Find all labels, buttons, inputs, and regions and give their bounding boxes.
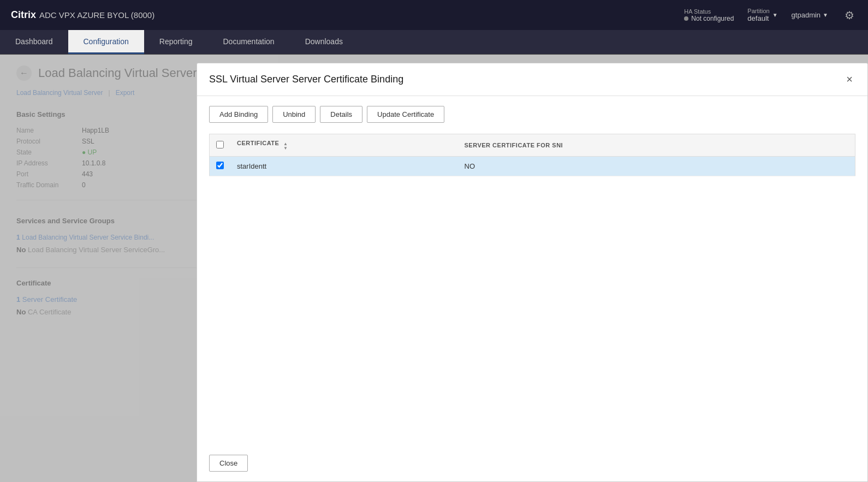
brand-product: ADC VPX AZURE BYOL (8000) <box>39 10 154 20</box>
row-checkbox-cell <box>210 157 231 176</box>
main-content: ← Load Balancing Virtual Server Load Bal… <box>0 55 868 482</box>
brand: Citrix ADC VPX AZURE BYOL (8000) <box>11 9 684 21</box>
top-header: Citrix ADC VPX AZURE BYOL (8000) HA Stat… <box>0 0 868 30</box>
status-dot <box>684 16 688 21</box>
header-right: HA Status Not configured Partition defau… <box>684 6 857 25</box>
tab-documentation[interactable]: Documentation <box>207 30 289 54</box>
unbind-button[interactable]: Unbind <box>272 106 316 123</box>
ha-status-value: Not configured <box>684 15 734 22</box>
settings-button[interactable]: ⚙ <box>842 6 857 25</box>
user-chevron-icon: ▼ <box>823 12 828 18</box>
header-checkbox-cell <box>210 134 231 157</box>
tab-downloads-label: Downloads <box>305 37 343 46</box>
modal-body: Add Binding Unbind Details Update Certif… <box>197 96 867 449</box>
nav-tabs: Dashboard Configuration Reporting Docume… <box>0 30 868 55</box>
tab-reporting[interactable]: Reporting <box>144 30 208 54</box>
partition-value: Partition default <box>747 8 769 22</box>
table-header-row: CERTIFICATE ▲▼ SERVER CERTIFICATE FOR SN… <box>210 134 855 157</box>
details-button[interactable]: Details <box>320 106 362 123</box>
modal-close-button[interactable]: × <box>843 73 855 86</box>
row-checkbox[interactable] <box>216 162 224 169</box>
certificate-table: CERTIFICATE ▲▼ SERVER CERTIFICATE FOR SN… <box>209 134 855 176</box>
col-certificate[interactable]: CERTIFICATE ▲▼ <box>230 134 458 157</box>
brand-citrix: Citrix <box>11 9 36 21</box>
user-name: gtpadmin <box>792 11 821 19</box>
update-certificate-button[interactable]: Update Certificate <box>367 106 444 123</box>
ha-status: HA Status Not configured <box>684 8 734 22</box>
tab-documentation-label: Documentation <box>223 37 274 46</box>
col-sni: SERVER CERTIFICATE FOR SNI <box>458 134 855 157</box>
tab-dashboard[interactable]: Dashboard <box>0 30 68 54</box>
modal-title: SSL Virtual Server Server Certificate Bi… <box>209 74 403 85</box>
user-section[interactable]: gtpadmin ▼ <box>792 11 828 19</box>
tab-configuration-label: Configuration <box>84 37 129 46</box>
header-checkbox[interactable] <box>216 141 224 148</box>
tab-reporting-label: Reporting <box>159 37 193 46</box>
modal-header: SSL Virtual Server Server Certificate Bi… <box>197 63 867 96</box>
partition-section: Partition default ▼ <box>747 8 777 22</box>
ssl-certificate-binding-modal: SSL Virtual Server Server Certificate Bi… <box>197 63 868 482</box>
partition-name: default <box>747 14 769 22</box>
close-btn-row: Close <box>197 449 867 481</box>
tab-downloads[interactable]: Downloads <box>290 30 358 54</box>
action-buttons: Add Binding Unbind Details Update Certif… <box>209 106 855 123</box>
ha-status-text: Not configured <box>691 15 734 22</box>
close-button[interactable]: Close <box>209 455 248 472</box>
row-sni: NO <box>458 157 855 176</box>
sort-arrows-certificate: ▲▼ <box>283 142 288 151</box>
partition-label: Partition <box>747 8 769 14</box>
ha-status-label: HA Status <box>684 8 711 15</box>
tab-dashboard-label: Dashboard <box>15 37 53 46</box>
add-binding-button[interactable]: Add Binding <box>209 106 268 123</box>
row-certificate: starIdentt <box>230 157 458 176</box>
table-row[interactable]: starIdenttNO <box>210 157 855 176</box>
tab-configuration[interactable]: Configuration <box>68 30 144 54</box>
partition-chevron-icon[interactable]: ▼ <box>772 12 778 18</box>
